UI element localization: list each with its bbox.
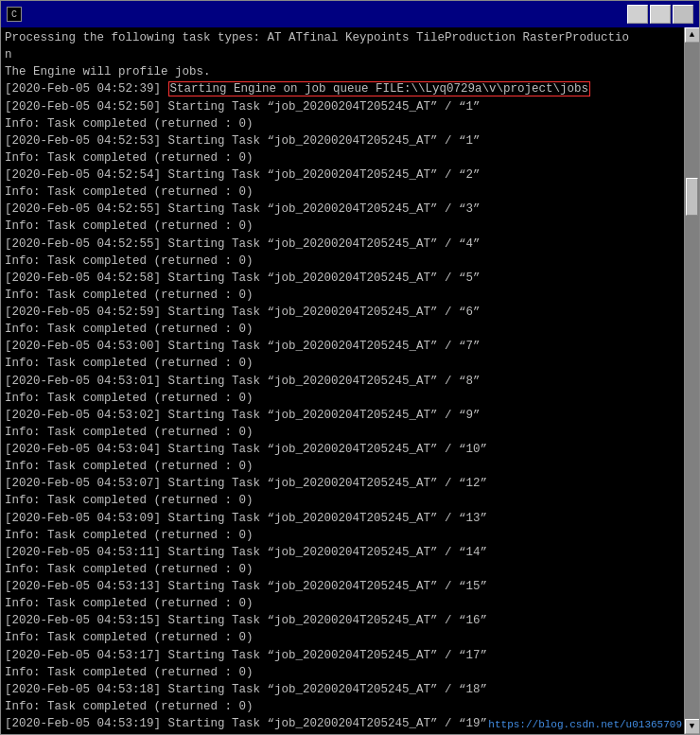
console-line: Processing the following task types: AT … <box>5 29 680 46</box>
scrollbar-thumb[interactable] <box>686 178 698 216</box>
console-line: [2020-Feb-05 04:53:13] Starting Task “jo… <box>5 578 680 595</box>
scroll-up-button[interactable]: ▲ <box>685 27 700 43</box>
console-line: [2020-Feb-05 04:52:50] Starting Task “jo… <box>5 98 680 115</box>
console-line: The Engine will profile jobs. <box>5 63 680 80</box>
console-line: Info: Task completed (returned : 0) <box>5 287 680 304</box>
console-line: Info: Task completed (returned : 0) <box>5 698 680 715</box>
console-line: Info: Task completed (returned : 0) <box>5 253 680 270</box>
scroll-down-button[interactable]: ▼ <box>685 719 700 734</box>
close-button[interactable] <box>673 5 693 24</box>
console-line: Info: Task completed (returned : 0) <box>5 595 680 612</box>
console-line: Info: Task completed (returned : 0) <box>5 355 680 372</box>
console-line: Info: Task completed (returned : 0) <box>5 527 680 544</box>
console-line: [2020-Feb-05 04:53:11] Starting Task “jo… <box>5 544 680 561</box>
console-line: Info: Task completed (returned : 0) <box>5 629 680 646</box>
console-line: [2020-Feb-05 04:52:55] Starting Task “jo… <box>5 236 680 253</box>
console-line: [2020-Feb-05 04:53:15] Starting Task “jo… <box>5 612 680 629</box>
console-line: Info: Task completed (returned : 0) <box>5 424 680 441</box>
console-line: Info: Task completed (returned : 0) <box>5 458 680 475</box>
scrollbar-track[interactable] <box>685 43 699 719</box>
console-line: Info: Task completed (returned : 0) <box>5 321 680 338</box>
highlighted-text: Starting Engine on job queue FILE:\\Lyq0… <box>168 81 591 96</box>
console-line: [2020-Feb-05 04:53:19] Starting Task “jo… <box>5 715 680 732</box>
console-line: [2020-Feb-05 04:52:59] Starting Task “jo… <box>5 304 680 321</box>
console-line: [2020-Feb-05 04:52:53] Starting Task “jo… <box>5 132 680 149</box>
console-line: Info: Task completed (returned : 0) <box>5 561 680 578</box>
console-line: Info: Task completed (returned : 0) <box>5 184 680 201</box>
console-line: [2020-Feb-05 04:52:39] Starting Engine o… <box>5 80 680 97</box>
console-line: Info: Task completed (returned : 0) <box>5 732 680 734</box>
console-line: Info: Task completed (returned : 0) <box>5 664 680 681</box>
cmd-window: C Processing the following task types: A… <box>0 0 700 735</box>
console-line: [2020-Feb-05 04:53:17] Starting Task “jo… <box>5 647 680 664</box>
console-line: [2020-Feb-05 04:53:18] Starting Task “jo… <box>5 681 680 698</box>
console-line: [2020-Feb-05 04:53:07] Starting Task “jo… <box>5 475 680 492</box>
console-line: n <box>5 46 680 63</box>
console-line: Info: Task completed (returned : 0) <box>5 492 680 509</box>
console-line: Info: Task completed (returned : 0) <box>5 149 680 166</box>
console-line: [2020-Feb-05 04:53:04] Starting Task “jo… <box>5 441 680 458</box>
console-area: Processing the following task types: AT … <box>1 27 699 734</box>
console-line: [2020-Feb-05 04:53:02] Starting Task “jo… <box>5 407 680 424</box>
window-controls <box>627 5 693 24</box>
console-output[interactable]: Processing the following task types: AT … <box>1 27 684 734</box>
window-icon: C <box>7 7 22 22</box>
console-line: Info: Task completed (returned : 0) <box>5 218 680 235</box>
console-line: [2020-Feb-05 04:53:01] Starting Task “jo… <box>5 373 680 390</box>
console-line: [2020-Feb-05 04:53:00] Starting Task “jo… <box>5 338 680 355</box>
vertical-scrollbar[interactable]: ▲ ▼ <box>684 27 699 734</box>
console-line: [2020-Feb-05 04:53:09] Starting Task “jo… <box>5 510 680 527</box>
console-line: Info: Task completed (returned : 0) <box>5 390 680 407</box>
console-line: [2020-Feb-05 04:52:58] Starting Task “jo… <box>5 270 680 287</box>
console-line: [2020-Feb-05 04:52:55] Starting Task “jo… <box>5 201 680 218</box>
title-bar: C <box>1 1 699 27</box>
console-line: [2020-Feb-05 04:52:54] Starting Task “jo… <box>5 166 680 184</box>
maximize-button[interactable] <box>650 5 671 24</box>
console-line: Info: Task completed (returned : 0) <box>5 115 680 132</box>
minimize-button[interactable] <box>627 5 648 24</box>
